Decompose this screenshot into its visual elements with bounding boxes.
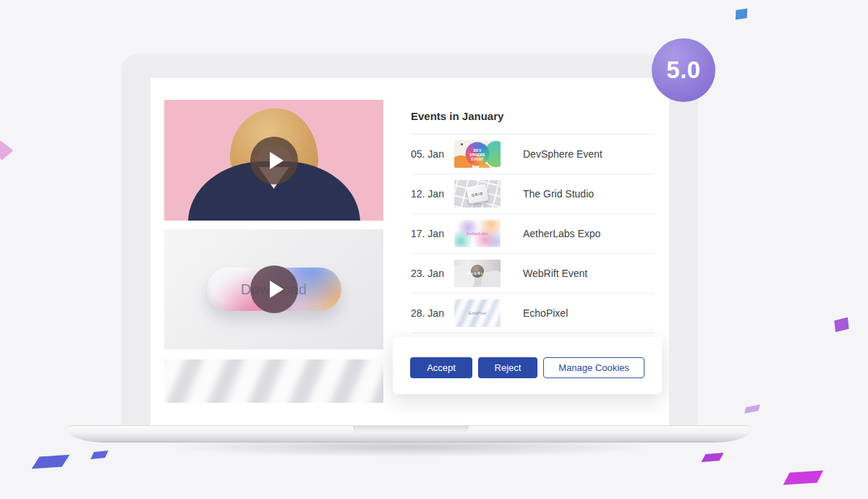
event-thumbnail[interactable]: EchoPixel	[454, 299, 501, 327]
event-date: 12. Jan	[411, 188, 454, 200]
confetti-piece	[744, 404, 760, 414]
event-title: EchoPixel	[523, 307, 568, 319]
rating-value: 5.0	[666, 56, 700, 84]
events-title: Events in January	[411, 110, 655, 122]
thumbnail-label: WebRift	[467, 271, 488, 276]
play-icon	[270, 152, 284, 169]
browser-page: Download Events in January 05. Jan	[150, 78, 669, 425]
manage-cookies-button[interactable]: Manage Cookies	[543, 357, 644, 378]
keyboard-keycap: GRID	[467, 184, 489, 203]
event-thumbnail[interactable]: AetherLabs	[454, 220, 501, 247]
confetti-piece	[736, 9, 747, 20]
event-row[interactable]: 12. Jan GRID The Grid Studio	[411, 174, 655, 213]
event-date: 05. Jan	[411, 148, 454, 160]
event-title: DevSphere Event	[523, 148, 603, 160]
event-thumbnail[interactable]: DEV SPHERE EVENT	[454, 140, 501, 168]
cookie-consent-banner: Accept Reject Manage Cookies	[393, 337, 662, 394]
event-thumbnail[interactable]: WebRift	[454, 260, 501, 287]
events-panel: Events in January 05. Jan DEV SPHERE EVE…	[411, 110, 655, 333]
decorative-circle: DEV SPHERE EVENT	[466, 142, 490, 166]
video-thumbnail-download[interactable]: Download	[164, 229, 383, 349]
event-title: WebRift Event	[523, 268, 587, 279]
thumbnail-label: GRID	[471, 191, 483, 197]
event-row[interactable]: 23. Jan WebRift WebRift Event	[411, 253, 655, 293]
events-list: 05. Jan DEV SPHERE EVENT DevSphere Event…	[411, 134, 655, 333]
video-thumbnail-woman[interactable]	[164, 100, 383, 221]
thumbnail-label: AetherLabs	[467, 231, 488, 236]
event-row[interactable]: 05. Jan DEV SPHERE EVENT DevSphere Event	[411, 134, 655, 174]
event-date: 28. Jan	[411, 307, 454, 319]
confetti-piece	[0, 141, 13, 161]
event-row[interactable]: 28. Jan EchoPixel EchoPixel	[411, 293, 655, 333]
laptop-base	[67, 425, 752, 443]
confetti-piece	[834, 317, 848, 333]
play-button[interactable]	[250, 265, 298, 313]
accept-button[interactable]: Accept	[410, 357, 472, 378]
event-row[interactable]: 17. Jan AetherLabs AetherLabs Expo	[411, 213, 655, 253]
decorative-dot	[461, 143, 463, 145]
event-title: AetherLabs Expo	[523, 228, 600, 239]
event-title: The Grid Studio	[523, 188, 594, 200]
laptop-notch	[353, 426, 469, 432]
marketing-hero: Download Events in January 05. Jan	[0, 0, 868, 499]
thumbnail-label: DEV SPHERE EVENT	[469, 148, 486, 161]
play-icon	[270, 281, 284, 298]
event-thumbnail[interactable]: GRID	[454, 180, 501, 208]
rating-badge: 5.0	[652, 38, 715, 102]
thumbnail-label: EchoPixel	[469, 311, 486, 315]
reject-button[interactable]: Reject	[478, 357, 537, 378]
event-date: 23. Jan	[411, 268, 454, 279]
event-date: 17. Jan	[411, 228, 454, 239]
play-button[interactable]	[250, 137, 298, 184]
confetti-piece	[783, 470, 823, 485]
video-thumbnail-waves[interactable]	[164, 359, 383, 403]
